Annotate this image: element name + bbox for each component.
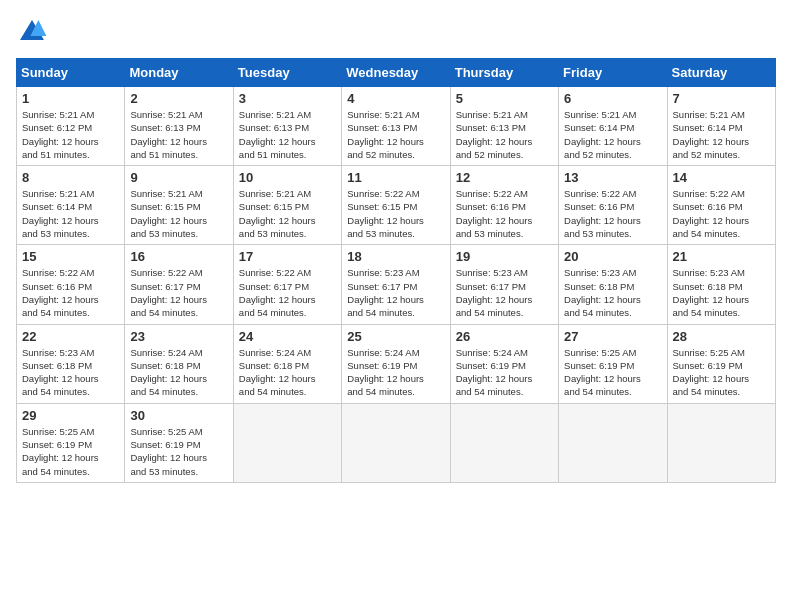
day-info: Sunrise: 5:24 AM Sunset: 6:18 PM Dayligh… xyxy=(239,346,336,399)
calendar-day-cell xyxy=(450,403,558,482)
day-info: Sunrise: 5:21 AM Sunset: 6:13 PM Dayligh… xyxy=(347,108,444,161)
day-number: 17 xyxy=(239,249,336,264)
logo-icon xyxy=(16,16,48,48)
calendar-day-cell: 26Sunrise: 5:24 AM Sunset: 6:19 PM Dayli… xyxy=(450,324,558,403)
calendar-day-cell: 19Sunrise: 5:23 AM Sunset: 6:17 PM Dayli… xyxy=(450,245,558,324)
calendar-day-cell: 8Sunrise: 5:21 AM Sunset: 6:14 PM Daylig… xyxy=(17,166,125,245)
day-number: 23 xyxy=(130,329,227,344)
calendar-day-cell: 20Sunrise: 5:23 AM Sunset: 6:18 PM Dayli… xyxy=(559,245,667,324)
calendar-day-cell: 6Sunrise: 5:21 AM Sunset: 6:14 PM Daylig… xyxy=(559,87,667,166)
calendar-day-cell: 13Sunrise: 5:22 AM Sunset: 6:16 PM Dayli… xyxy=(559,166,667,245)
day-number: 19 xyxy=(456,249,553,264)
day-number: 12 xyxy=(456,170,553,185)
day-number: 21 xyxy=(673,249,770,264)
day-info: Sunrise: 5:21 AM Sunset: 6:13 PM Dayligh… xyxy=(130,108,227,161)
day-info: Sunrise: 5:22 AM Sunset: 6:15 PM Dayligh… xyxy=(347,187,444,240)
day-info: Sunrise: 5:23 AM Sunset: 6:18 PM Dayligh… xyxy=(673,266,770,319)
day-info: Sunrise: 5:23 AM Sunset: 6:18 PM Dayligh… xyxy=(22,346,119,399)
day-number: 28 xyxy=(673,329,770,344)
day-info: Sunrise: 5:25 AM Sunset: 6:19 PM Dayligh… xyxy=(130,425,227,478)
day-number: 20 xyxy=(564,249,661,264)
calendar-day-cell xyxy=(667,403,775,482)
header xyxy=(16,16,776,48)
day-number: 3 xyxy=(239,91,336,106)
day-number: 5 xyxy=(456,91,553,106)
day-of-week-header: Thursday xyxy=(450,59,558,87)
day-number: 15 xyxy=(22,249,119,264)
day-info: Sunrise: 5:22 AM Sunset: 6:17 PM Dayligh… xyxy=(239,266,336,319)
day-info: Sunrise: 5:22 AM Sunset: 6:16 PM Dayligh… xyxy=(564,187,661,240)
day-of-week-header: Tuesday xyxy=(233,59,341,87)
logo xyxy=(16,16,54,48)
calendar-day-cell: 18Sunrise: 5:23 AM Sunset: 6:17 PM Dayli… xyxy=(342,245,450,324)
day-number: 6 xyxy=(564,91,661,106)
calendar-day-cell: 25Sunrise: 5:24 AM Sunset: 6:19 PM Dayli… xyxy=(342,324,450,403)
calendar-day-cell xyxy=(342,403,450,482)
day-info: Sunrise: 5:21 AM Sunset: 6:14 PM Dayligh… xyxy=(673,108,770,161)
calendar-week-row: 8Sunrise: 5:21 AM Sunset: 6:14 PM Daylig… xyxy=(17,166,776,245)
calendar-day-cell: 9Sunrise: 5:21 AM Sunset: 6:15 PM Daylig… xyxy=(125,166,233,245)
day-info: Sunrise: 5:21 AM Sunset: 6:14 PM Dayligh… xyxy=(22,187,119,240)
calendar-day-cell: 17Sunrise: 5:22 AM Sunset: 6:17 PM Dayli… xyxy=(233,245,341,324)
day-number: 24 xyxy=(239,329,336,344)
day-number: 18 xyxy=(347,249,444,264)
calendar-body: 1Sunrise: 5:21 AM Sunset: 6:12 PM Daylig… xyxy=(17,87,776,483)
calendar-day-cell: 27Sunrise: 5:25 AM Sunset: 6:19 PM Dayli… xyxy=(559,324,667,403)
calendar-day-cell xyxy=(233,403,341,482)
day-number: 11 xyxy=(347,170,444,185)
calendar-day-cell xyxy=(559,403,667,482)
calendar-table: SundayMondayTuesdayWednesdayThursdayFrid… xyxy=(16,58,776,483)
day-number: 4 xyxy=(347,91,444,106)
calendar-day-cell: 12Sunrise: 5:22 AM Sunset: 6:16 PM Dayli… xyxy=(450,166,558,245)
calendar-header: SundayMondayTuesdayWednesdayThursdayFrid… xyxy=(17,59,776,87)
day-number: 27 xyxy=(564,329,661,344)
day-info: Sunrise: 5:21 AM Sunset: 6:13 PM Dayligh… xyxy=(456,108,553,161)
day-info: Sunrise: 5:24 AM Sunset: 6:19 PM Dayligh… xyxy=(456,346,553,399)
calendar-day-cell: 7Sunrise: 5:21 AM Sunset: 6:14 PM Daylig… xyxy=(667,87,775,166)
day-info: Sunrise: 5:25 AM Sunset: 6:19 PM Dayligh… xyxy=(673,346,770,399)
day-info: Sunrise: 5:23 AM Sunset: 6:18 PM Dayligh… xyxy=(564,266,661,319)
day-info: Sunrise: 5:21 AM Sunset: 6:15 PM Dayligh… xyxy=(239,187,336,240)
day-number: 7 xyxy=(673,91,770,106)
calendar-day-cell: 24Sunrise: 5:24 AM Sunset: 6:18 PM Dayli… xyxy=(233,324,341,403)
calendar-week-row: 29Sunrise: 5:25 AM Sunset: 6:19 PM Dayli… xyxy=(17,403,776,482)
day-info: Sunrise: 5:24 AM Sunset: 6:19 PM Dayligh… xyxy=(347,346,444,399)
day-info: Sunrise: 5:22 AM Sunset: 6:16 PM Dayligh… xyxy=(22,266,119,319)
calendar-day-cell: 15Sunrise: 5:22 AM Sunset: 6:16 PM Dayli… xyxy=(17,245,125,324)
day-info: Sunrise: 5:25 AM Sunset: 6:19 PM Dayligh… xyxy=(22,425,119,478)
day-info: Sunrise: 5:23 AM Sunset: 6:17 PM Dayligh… xyxy=(347,266,444,319)
days-of-week-row: SundayMondayTuesdayWednesdayThursdayFrid… xyxy=(17,59,776,87)
day-info: Sunrise: 5:22 AM Sunset: 6:16 PM Dayligh… xyxy=(456,187,553,240)
calendar-day-cell: 16Sunrise: 5:22 AM Sunset: 6:17 PM Dayli… xyxy=(125,245,233,324)
day-number: 26 xyxy=(456,329,553,344)
calendar-day-cell: 22Sunrise: 5:23 AM Sunset: 6:18 PM Dayli… xyxy=(17,324,125,403)
calendar-day-cell: 5Sunrise: 5:21 AM Sunset: 6:13 PM Daylig… xyxy=(450,87,558,166)
day-info: Sunrise: 5:22 AM Sunset: 6:16 PM Dayligh… xyxy=(673,187,770,240)
day-of-week-header: Friday xyxy=(559,59,667,87)
day-info: Sunrise: 5:22 AM Sunset: 6:17 PM Dayligh… xyxy=(130,266,227,319)
day-number: 14 xyxy=(673,170,770,185)
calendar-day-cell: 14Sunrise: 5:22 AM Sunset: 6:16 PM Dayli… xyxy=(667,166,775,245)
calendar-day-cell: 10Sunrise: 5:21 AM Sunset: 6:15 PM Dayli… xyxy=(233,166,341,245)
calendar-day-cell: 21Sunrise: 5:23 AM Sunset: 6:18 PM Dayli… xyxy=(667,245,775,324)
day-number: 29 xyxy=(22,408,119,423)
calendar-day-cell: 11Sunrise: 5:22 AM Sunset: 6:15 PM Dayli… xyxy=(342,166,450,245)
calendar-day-cell: 28Sunrise: 5:25 AM Sunset: 6:19 PM Dayli… xyxy=(667,324,775,403)
day-info: Sunrise: 5:23 AM Sunset: 6:17 PM Dayligh… xyxy=(456,266,553,319)
day-of-week-header: Saturday xyxy=(667,59,775,87)
calendar-day-cell: 29Sunrise: 5:25 AM Sunset: 6:19 PM Dayli… xyxy=(17,403,125,482)
day-of-week-header: Sunday xyxy=(17,59,125,87)
calendar-day-cell: 30Sunrise: 5:25 AM Sunset: 6:19 PM Dayli… xyxy=(125,403,233,482)
day-info: Sunrise: 5:21 AM Sunset: 6:14 PM Dayligh… xyxy=(564,108,661,161)
calendar-day-cell: 3Sunrise: 5:21 AM Sunset: 6:13 PM Daylig… xyxy=(233,87,341,166)
day-number: 9 xyxy=(130,170,227,185)
day-number: 25 xyxy=(347,329,444,344)
day-of-week-header: Monday xyxy=(125,59,233,87)
day-number: 13 xyxy=(564,170,661,185)
day-number: 22 xyxy=(22,329,119,344)
calendar-day-cell: 2Sunrise: 5:21 AM Sunset: 6:13 PM Daylig… xyxy=(125,87,233,166)
day-number: 8 xyxy=(22,170,119,185)
day-info: Sunrise: 5:24 AM Sunset: 6:18 PM Dayligh… xyxy=(130,346,227,399)
day-of-week-header: Wednesday xyxy=(342,59,450,87)
day-number: 1 xyxy=(22,91,119,106)
